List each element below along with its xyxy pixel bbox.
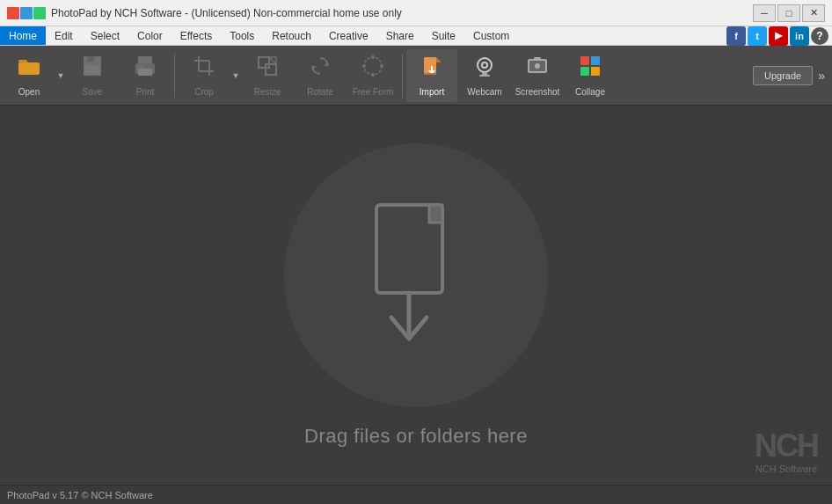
twitter-icon[interactable]: t [748, 26, 767, 46]
webcam-label: Webcam [467, 87, 501, 97]
menu-custom[interactable]: Custom [464, 26, 518, 45]
facebook-icon[interactable]: f [726, 26, 746, 46]
title-text: PhotoPad by NCH Software - (Unlicensed) … [51, 7, 402, 19]
svg-marker-26 [436, 57, 442, 62]
svg-point-24 [362, 64, 366, 68]
svg-point-20 [364, 57, 382, 75]
screenshot-icon [525, 54, 550, 84]
menu-edit[interactable]: Edit [46, 26, 82, 45]
rotate-icon [308, 54, 332, 84]
svg-rect-41 [580, 67, 589, 76]
crop-button[interactable]: Crop [179, 49, 230, 102]
toolbar: Open ▼ Save Print [0, 46, 832, 106]
app-icon-area [7, 7, 46, 19]
svg-point-23 [371, 73, 375, 77]
drop-icon [346, 196, 486, 354]
separator-2 [402, 54, 403, 98]
svg-rect-13 [259, 57, 269, 68]
svg-rect-14 [266, 64, 276, 75]
menu-suite[interactable]: Suite [423, 26, 464, 45]
resize-icon [255, 54, 280, 84]
import-label: Import [420, 87, 444, 97]
freeform-label: Free Form [353, 87, 394, 97]
separator-1 [174, 54, 175, 98]
svg-rect-7 [140, 66, 143, 68]
print-icon [133, 54, 157, 84]
crop-dropdown-arrow[interactable]: ▼ [231, 49, 240, 102]
crop-label: Crop [194, 87, 214, 97]
minimize-button[interactable]: ─ [753, 4, 776, 22]
drop-zone[interactable]: Drag files or folders here [284, 143, 548, 448]
open-button[interactable]: Open [4, 49, 55, 102]
save-label: Save [83, 87, 103, 97]
screenshot-button[interactable]: Screenshot [512, 49, 563, 102]
collage-icon [578, 54, 602, 84]
main-area: Drag files or folders here NCH NCH Softw… [0, 106, 832, 485]
save-button[interactable]: Save [67, 49, 118, 102]
drop-text: Drag files or folders here [304, 425, 528, 448]
svg-rect-6 [138, 69, 152, 76]
svg-marker-19 [312, 66, 317, 70]
resize-label: Resize [254, 87, 281, 97]
linkedin-icon[interactable]: in [790, 26, 809, 46]
more-button[interactable]: » [814, 65, 828, 86]
webcam-icon [472, 54, 497, 84]
svg-line-17 [269, 57, 276, 64]
webcam-button[interactable]: Webcam [459, 49, 510, 102]
import-icon [420, 54, 444, 84]
upgrade-button[interactable]: Upgrade [753, 66, 813, 85]
svg-rect-3 [85, 66, 99, 74]
menu-color[interactable]: Color [128, 26, 172, 45]
menu-bar: Home Edit Select Color Effects Tools Ret… [0, 26, 832, 46]
title-left: PhotoPad by NCH Software - (Unlicensed) … [7, 7, 402, 19]
svg-point-21 [371, 55, 375, 59]
youtube-icon[interactable]: ▶ [769, 26, 788, 46]
import-button[interactable]: Import [406, 49, 457, 102]
window-controls[interactable]: ─ □ ✕ [753, 4, 825, 22]
svg-rect-38 [534, 57, 541, 59]
print-label: Print [136, 87, 155, 97]
menu-select[interactable]: Select [82, 26, 128, 45]
svg-rect-12 [199, 61, 209, 71]
svg-point-22 [380, 64, 383, 68]
svg-point-37 [535, 63, 540, 69]
screenshot-label: Screenshot [515, 87, 560, 97]
collage-button[interactable]: Collage [565, 49, 616, 102]
svg-rect-42 [591, 67, 600, 76]
svg-rect-2 [87, 56, 94, 62]
print-button[interactable]: Print [120, 49, 171, 102]
help-icon[interactable]: ? [811, 27, 828, 45]
save-icon [80, 54, 105, 84]
menu-retouch[interactable]: Retouch [263, 26, 320, 45]
maximize-button[interactable]: □ [777, 4, 800, 22]
nch-logo-text: NCH Software [755, 464, 818, 474]
freeform-button[interactable]: Free Form [347, 49, 398, 102]
drop-circle [284, 143, 548, 407]
svg-point-32 [483, 63, 486, 67]
menu-creative[interactable]: Creative [320, 26, 377, 45]
title-bar: PhotoPad by NCH Software - (Unlicensed) … [0, 0, 832, 26]
open-dropdown-arrow[interactable]: ▼ [56, 49, 65, 102]
menu-tools[interactable]: Tools [221, 26, 263, 45]
svg-rect-39 [580, 56, 589, 65]
menu-home[interactable]: Home [0, 26, 46, 45]
nch-logo-mark: NCH [755, 430, 818, 462]
collage-label: Collage [575, 87, 605, 97]
close-button[interactable]: ✕ [802, 4, 825, 22]
svg-marker-18 [324, 62, 328, 66]
crop-icon [192, 54, 216, 84]
rotate-button[interactable]: Rotate [295, 49, 346, 102]
svg-rect-34 [479, 75, 490, 77]
svg-rect-29 [424, 73, 436, 75]
menu-effects[interactable]: Effects [172, 26, 221, 45]
svg-rect-40 [591, 56, 600, 65]
rotate-label: Rotate [307, 87, 332, 97]
open-icon [17, 54, 41, 84]
status-bar: PhotoPad v 5.17 © NCH Software [0, 485, 832, 504]
menu-share[interactable]: Share [377, 26, 423, 45]
svg-rect-0 [18, 62, 40, 75]
status-text: PhotoPad v 5.17 © NCH Software [7, 490, 153, 500]
freeform-icon [361, 54, 385, 84]
resize-button[interactable]: Resize [242, 49, 293, 102]
open-label: Open [18, 87, 40, 97]
